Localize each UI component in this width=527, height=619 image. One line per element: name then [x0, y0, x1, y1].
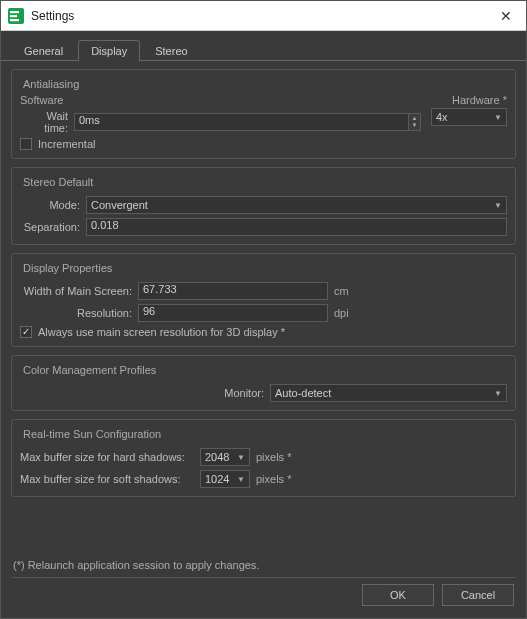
hard-shadow-unit: pixels *	[256, 451, 291, 463]
svg-rect-3	[10, 19, 19, 21]
separation-input[interactable]: 0.018	[86, 218, 507, 236]
chevron-down-icon: ▼	[494, 113, 502, 122]
monitor-value: Auto-detect	[275, 387, 331, 399]
width-unit: cm	[334, 285, 349, 297]
ok-button[interactable]: OK	[362, 584, 434, 606]
svg-rect-1	[10, 11, 19, 13]
button-bar: OK Cancel	[11, 577, 516, 612]
group-title-display-props: Display Properties	[20, 262, 115, 274]
incremental-label: Incremental	[38, 138, 95, 150]
group-antialiasing: Antialiasing Software Wait time: 0ms ▲ ▼	[11, 69, 516, 159]
group-display-properties: Display Properties Width of Main Screen:…	[11, 253, 516, 347]
group-title-sun: Real-time Sun Configuration	[20, 428, 164, 440]
software-label: Software	[20, 94, 421, 106]
soft-shadow-select[interactable]: 1024 ▼	[200, 470, 250, 488]
mode-select[interactable]: Convergent ▼	[86, 196, 507, 214]
group-title-color: Color Management Profiles	[20, 364, 159, 376]
width-input[interactable]: 67.733	[138, 282, 328, 300]
incremental-checkbox[interactable]	[20, 138, 32, 150]
chevron-down-icon: ▼	[409, 122, 420, 129]
wait-time-input[interactable]: 0ms	[74, 113, 409, 131]
tab-display[interactable]: Display	[78, 40, 140, 62]
hardware-select[interactable]: 4x ▼	[431, 108, 507, 126]
hardware-label: Hardware *	[431, 94, 507, 106]
wait-time-spinner[interactable]: ▲ ▼	[409, 113, 421, 131]
group-title-stereo: Stereo Default	[20, 176, 96, 188]
always-use-label: Always use main screen resolution for 3D…	[38, 326, 285, 338]
hard-shadow-label: Max buffer size for hard shadows:	[20, 451, 200, 463]
group-title-antialiasing: Antialiasing	[20, 78, 82, 90]
app-icon	[7, 7, 25, 25]
monitor-select[interactable]: Auto-detect ▼	[270, 384, 507, 402]
svg-rect-2	[10, 15, 17, 17]
soft-shadow-unit: pixels *	[256, 473, 291, 485]
tab-stereo[interactable]: Stereo	[142, 40, 200, 61]
chevron-down-icon: ▼	[237, 453, 245, 462]
close-icon[interactable]: ✕	[492, 8, 520, 24]
cancel-button[interactable]: Cancel	[442, 584, 514, 606]
width-label: Width of Main Screen:	[20, 285, 138, 297]
always-use-checkbox[interactable]	[20, 326, 32, 338]
window-title: Settings	[31, 9, 492, 23]
soft-shadow-value: 1024	[205, 473, 229, 485]
separation-label: Separation:	[20, 221, 86, 233]
hard-shadow-select[interactable]: 2048 ▼	[200, 448, 250, 466]
resolution-input[interactable]: 96	[138, 304, 328, 322]
resolution-label: Resolution:	[20, 307, 138, 319]
settings-window: Settings ✕ General Display Stereo Antial…	[0, 0, 527, 619]
hardware-value: 4x	[436, 111, 448, 123]
hard-shadow-value: 2048	[205, 451, 229, 463]
monitor-label: Monitor:	[20, 387, 270, 399]
chevron-up-icon: ▲	[409, 115, 420, 122]
tabbar: General Display Stereo	[1, 31, 526, 61]
settings-body: Antialiasing Software Wait time: 0ms ▲ ▼	[1, 60, 526, 618]
soft-shadow-label: Max buffer size for soft shadows:	[20, 473, 200, 485]
tab-general[interactable]: General	[11, 40, 76, 61]
mode-label: Mode:	[20, 199, 86, 211]
relaunch-note: (*) Relaunch application session to appl…	[11, 553, 516, 577]
chevron-down-icon: ▼	[494, 389, 502, 398]
group-sun-config: Real-time Sun Configuration Max buffer s…	[11, 419, 516, 497]
titlebar: Settings ✕	[1, 1, 526, 31]
mode-value: Convergent	[91, 199, 148, 211]
group-color-management: Color Management Profiles Monitor: Auto-…	[11, 355, 516, 411]
chevron-down-icon: ▼	[494, 201, 502, 210]
group-stereo-default: Stereo Default Mode: Convergent ▼ Separa…	[11, 167, 516, 245]
resolution-unit: dpi	[334, 307, 349, 319]
chevron-down-icon: ▼	[237, 475, 245, 484]
wait-time-label: Wait time:	[20, 110, 74, 134]
